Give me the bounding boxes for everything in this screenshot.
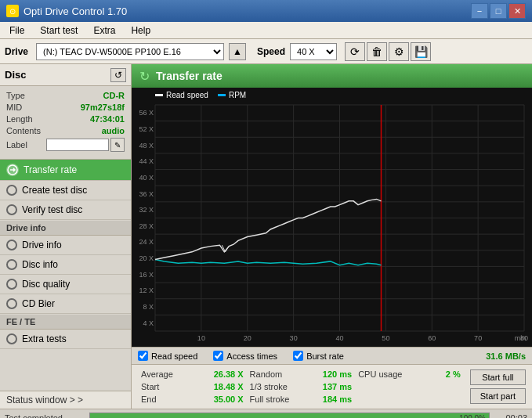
nav-items: Transfer rate Create test disc Verify te… bbox=[0, 160, 131, 391]
sidebar-item-verify-test-disc[interactable]: Verify test disc bbox=[0, 200, 131, 220]
status-bar: Test completed 100.0% 00:03 bbox=[0, 409, 532, 418]
full-stroke-label: Full stroke bbox=[250, 395, 290, 404]
length-label: Length bbox=[6, 114, 33, 124]
refresh-button[interactable]: ⟳ bbox=[345, 42, 365, 61]
minimize-button[interactable]: − bbox=[471, 3, 488, 19]
disc-info-icon bbox=[6, 259, 17, 270]
panel-header-icon: ↻ bbox=[139, 69, 150, 84]
sidebar-item-disc-info[interactable]: Disc info bbox=[0, 255, 131, 275]
menu-file[interactable]: File bbox=[3, 23, 31, 38]
cpu-row: CPU usage 2 % bbox=[355, 368, 464, 380]
chart-controls: Read speed Access times Burst rate 31.6 … bbox=[132, 347, 532, 364]
average-value: 26.38 X bbox=[204, 369, 244, 379]
speed-select[interactable]: 40 X bbox=[290, 43, 337, 60]
disc-label-input[interactable] bbox=[46, 139, 109, 151]
progress-bar: 100.0% bbox=[89, 413, 490, 419]
fe-te-section-header: FE / TE bbox=[0, 314, 131, 330]
progress-percent: 100.0% bbox=[459, 413, 486, 419]
disc-label-label: Label bbox=[6, 140, 27, 150]
sidebar-item-transfer-rate[interactable]: Transfer rate bbox=[0, 160, 131, 181]
rpm-legend-dot bbox=[218, 94, 226, 96]
disc-label-button[interactable]: ✎ bbox=[110, 138, 125, 152]
disc-quality-icon bbox=[6, 279, 17, 290]
stroke1-row: 1/3 stroke 137 ms bbox=[247, 380, 356, 393]
access-times-checkbox-label[interactable]: Access times bbox=[213, 351, 277, 361]
disc-info-label: Disc info bbox=[22, 259, 58, 270]
start-part-button[interactable]: Start part bbox=[470, 388, 526, 404]
disc-quality-label: Disc quality bbox=[22, 279, 70, 290]
sidebar-item-create-test-disc[interactable]: Create test disc bbox=[0, 181, 131, 200]
stroke1-label: 1/3 stroke bbox=[250, 382, 288, 391]
menu-help[interactable]: Help bbox=[125, 23, 157, 38]
average-row: Average 26.38 X bbox=[138, 368, 247, 380]
disc-header: Disc ↺ bbox=[0, 64, 131, 86]
stats-col-right: CPU usage 2 % bbox=[355, 368, 464, 405]
verify-test-disc-label: Verify test disc bbox=[22, 204, 82, 215]
stroke1-value: 137 ms bbox=[323, 382, 352, 391]
drive-select[interactable]: (N:) TEAC DV-W5000E PP100 E.16 bbox=[36, 43, 224, 60]
title-bar: ⊙ Opti Drive Control 1.70 − □ ✕ bbox=[0, 0, 532, 22]
read-speed-checkbox[interactable] bbox=[138, 351, 148, 361]
transfer-rate-label: Transfer rate bbox=[24, 164, 77, 175]
status-window-label: Status window > > bbox=[6, 395, 83, 405]
average-label: Average bbox=[141, 369, 173, 379]
speed-label: Speed bbox=[257, 46, 285, 57]
length-value: 47:34:01 bbox=[90, 114, 125, 124]
cd-bier-icon bbox=[6, 298, 17, 309]
access-times-checkbox[interactable] bbox=[213, 351, 223, 361]
end-row: End 35.00 X bbox=[138, 393, 247, 405]
app-icon: ⊙ bbox=[6, 5, 19, 17]
sidebar-item-drive-info[interactable]: Drive info bbox=[0, 236, 131, 255]
drive-label: Drive bbox=[5, 46, 28, 57]
menu-start-test[interactable]: Start test bbox=[34, 23, 84, 38]
status-window-button[interactable]: Status window > > bbox=[0, 391, 131, 409]
read-speed-check-text: Read speed bbox=[151, 351, 197, 361]
sidebar-item-extra-tests[interactable]: Extra tests bbox=[0, 330, 131, 349]
stats-col-middle: Random 120 ms 1/3 stroke 137 ms Full str… bbox=[247, 368, 356, 405]
start-full-button[interactable]: Start full bbox=[470, 369, 526, 385]
right-panel: ↻ Transfer rate Read speed RPM Read spe bbox=[132, 64, 532, 409]
stats-col-left: Average 26.38 X Start 18.48 X End 35.00 … bbox=[138, 368, 247, 405]
stats-buttons: Start full Start part bbox=[464, 368, 526, 405]
maximize-button[interactable]: □ bbox=[490, 3, 507, 19]
full-stroke-row: Full stroke 184 ms bbox=[247, 393, 356, 405]
legend-read-speed: Read speed bbox=[155, 91, 208, 99]
burst-rate-checkbox[interactable] bbox=[293, 351, 303, 361]
burst-rate-display: 31.6 MB/s bbox=[486, 351, 526, 361]
erase-button[interactable]: 🗑 bbox=[367, 42, 387, 61]
sidebar-item-cd-bier[interactable]: CD Bier bbox=[0, 294, 131, 314]
random-row: Random 120 ms bbox=[247, 368, 356, 380]
settings-button[interactable]: ⚙ bbox=[389, 42, 409, 61]
start-value: 18.48 X bbox=[204, 382, 244, 391]
read-speed-checkbox-label[interactable]: Read speed bbox=[138, 351, 197, 361]
burst-rate-value: 31.6 MB/s bbox=[486, 351, 526, 361]
drive-bar: Drive (N:) TEAC DV-W5000E PP100 E.16 ▲ S… bbox=[0, 39, 532, 64]
end-value: 35.00 X bbox=[204, 395, 244, 404]
chart-container: Read speed RPM bbox=[132, 88, 532, 347]
full-stroke-value: 184 ms bbox=[323, 395, 352, 404]
burst-rate-checkbox-label[interactable]: Burst rate bbox=[293, 351, 344, 361]
status-time: 00:03 bbox=[496, 413, 527, 419]
drive-eject-button[interactable]: ▲ bbox=[229, 43, 246, 60]
cpu-label: CPU usage bbox=[358, 369, 402, 379]
menu-bar: File Start test Extra Help bbox=[0, 22, 532, 39]
legend-rpm: RPM bbox=[218, 91, 246, 99]
extra-tests-icon bbox=[6, 333, 17, 344]
panel-header: ↻ Transfer rate bbox=[132, 64, 532, 88]
stats-area: Average 26.38 X Start 18.48 X End 35.00 … bbox=[132, 364, 532, 409]
app-title: Opti Drive Control 1.70 bbox=[24, 5, 127, 17]
disc-info-panel: Type CD-R MID 97m27s18f Length 47:34:01 … bbox=[0, 86, 131, 160]
save-button[interactable]: 💾 bbox=[411, 42, 431, 61]
extra-tests-label: Extra tests bbox=[22, 333, 67, 344]
menu-extra[interactable]: Extra bbox=[87, 23, 121, 38]
start-label: Start bbox=[141, 382, 159, 391]
transfer-rate-chart bbox=[132, 88, 532, 347]
contents-label: Contents bbox=[6, 126, 41, 135]
close-button[interactable]: ✕ bbox=[508, 3, 526, 19]
drive-info-icon bbox=[6, 240, 17, 250]
create-test-disc-label: Create test disc bbox=[22, 185, 87, 196]
sidebar-item-disc-quality[interactable]: Disc quality bbox=[0, 275, 131, 294]
start-row: Start 18.48 X bbox=[138, 380, 247, 393]
disc-refresh-button[interactable]: ↺ bbox=[110, 68, 126, 82]
progress-fill bbox=[90, 413, 489, 419]
